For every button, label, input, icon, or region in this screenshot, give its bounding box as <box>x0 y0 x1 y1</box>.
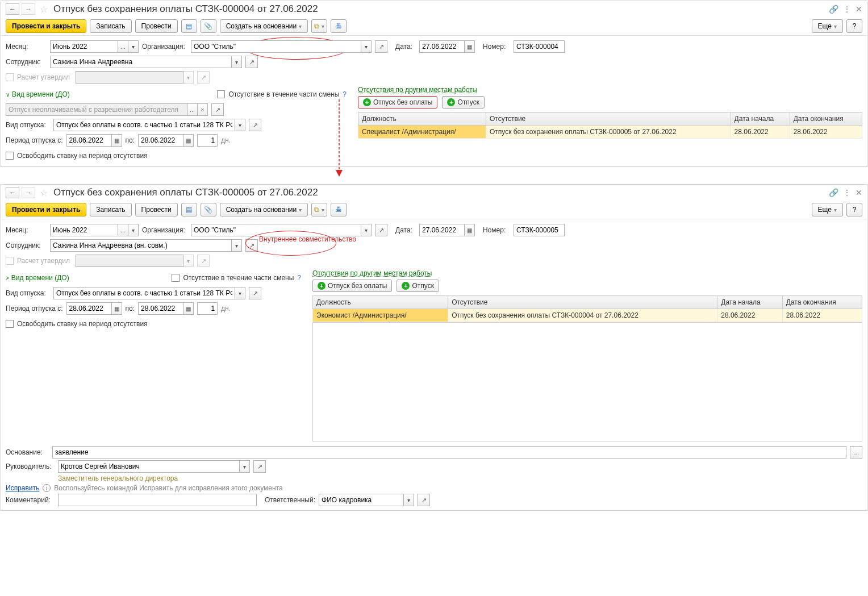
date-input[interactable] <box>419 224 465 236</box>
col-absence[interactable]: Отсутствие <box>486 112 731 126</box>
partial-shift-help-icon[interactable]: ? <box>297 274 301 282</box>
absences-other-jobs-link[interactable]: Отсутствия по другим местам работы <box>358 86 477 94</box>
month-input[interactable] <box>50 224 118 236</box>
post-and-close-button[interactable]: Провести и закрыть <box>6 19 86 33</box>
period-to-input[interactable] <box>138 302 183 315</box>
time-type-picker[interactable]: … <box>187 103 198 116</box>
print-button[interactable]: 🖶 <box>331 19 347 33</box>
favorite-star-icon[interactable]: ☆ <box>40 187 48 198</box>
period-to-picker[interactable]: ▦ <box>183 134 194 147</box>
org-open-button[interactable]: ↗ <box>375 224 387 236</box>
link-icon[interactable]: 🔗 <box>829 5 838 14</box>
manager-open-button[interactable]: ↗ <box>253 460 266 473</box>
vac-type-open-button[interactable]: ↗ <box>249 287 261 299</box>
basis-input[interactable] <box>52 446 846 459</box>
post-button[interactable]: Провести <box>135 203 178 216</box>
employee-dropdown-button[interactable]: ▾ <box>232 239 242 252</box>
number-input[interactable] <box>514 40 565 53</box>
partial-shift-checkbox[interactable] <box>172 274 180 282</box>
absences-grid[interactable]: Должность Отсутствие Дата начала Дата ок… <box>358 112 862 139</box>
copy-dropdown-button[interactable]: ⧉▾ <box>311 203 327 216</box>
org-input[interactable] <box>191 224 361 236</box>
vac-type-input[interactable] <box>53 287 235 299</box>
col-end[interactable]: Дата окончания <box>782 296 862 309</box>
manager-dropdown[interactable]: ▾ <box>240 460 250 473</box>
favorite-star-icon[interactable]: ☆ <box>40 4 48 15</box>
month-picker-button[interactable]: … <box>118 40 128 53</box>
vac-type-dropdown[interactable]: ▾ <box>235 287 245 299</box>
nav-back-button[interactable]: ← <box>6 3 19 15</box>
org-input[interactable] <box>191 40 361 53</box>
more-button[interactable]: Еще ▾ <box>812 203 843 216</box>
kebab-menu-icon[interactable]: ⋮ <box>843 5 851 14</box>
col-position[interactable]: Должность <box>313 296 448 309</box>
month-input[interactable] <box>50 40 118 53</box>
period-to-input[interactable] <box>138 134 183 147</box>
basis-expand-button[interactable]: … <box>850 446 862 459</box>
manager-input[interactable] <box>58 460 240 473</box>
attachment-button[interactable]: 📎 <box>201 19 216 33</box>
vac-type-input[interactable] <box>53 119 235 131</box>
col-start[interactable]: Дата начала <box>717 296 783 309</box>
responsible-input[interactable] <box>319 494 404 506</box>
period-from-input[interactable] <box>66 302 112 315</box>
nav-forward-button[interactable]: → <box>22 187 35 198</box>
period-from-picker[interactable]: ▦ <box>112 134 122 147</box>
fix-link[interactable]: Исправить <box>6 484 39 492</box>
table-row[interactable]: Экономист /Администрация/ Отпуск без сох… <box>313 309 862 322</box>
days-input[interactable] <box>197 134 218 147</box>
period-from-picker[interactable]: ▦ <box>112 302 122 315</box>
close-icon[interactable]: ✕ <box>856 188 862 197</box>
period-from-input[interactable] <box>66 134 112 147</box>
absences-other-jobs-link[interactable]: Отсутствия по другим местам работы <box>312 269 432 277</box>
date-picker-button[interactable]: ▦ <box>465 40 475 53</box>
vac-type-open-button[interactable]: ↗ <box>249 119 261 131</box>
org-open-button[interactable]: ↗ <box>375 40 387 53</box>
col-end[interactable]: Дата окончания <box>790 112 862 126</box>
create-on-basis-button[interactable]: Создать на основании ▾ <box>220 19 308 33</box>
time-type-collapsible[interactable]: Вид времени (ДО) <box>6 274 69 282</box>
responsible-open-button[interactable]: ↗ <box>418 494 430 506</box>
time-type-collapsible[interactable]: Вид времени (ДО) <box>6 90 70 98</box>
grid-empty-area[interactable] <box>312 322 862 441</box>
vac-type-dropdown[interactable]: ▾ <box>235 119 245 131</box>
post-button[interactable]: Провести <box>135 19 178 33</box>
col-absence[interactable]: Отсутствие <box>448 296 717 309</box>
date-input[interactable] <box>419 40 465 53</box>
employee-input[interactable] <box>50 56 232 68</box>
save-button[interactable]: Записать <box>90 203 131 216</box>
link-icon[interactable]: 🔗 <box>829 188 838 197</box>
month-picker-button[interactable]: … <box>118 224 128 236</box>
help-button[interactable]: ? <box>846 19 862 33</box>
time-type-clear[interactable]: × <box>198 103 208 116</box>
employee-dropdown-button[interactable]: ▾ <box>232 56 242 68</box>
absences-grid[interactable]: Должность Отсутствие Дата начала Дата ок… <box>312 295 862 322</box>
close-icon[interactable]: ✕ <box>856 5 862 14</box>
more-button[interactable]: Еще ▾ <box>812 19 843 33</box>
list-view-button[interactable]: ▤ <box>181 203 197 216</box>
col-start[interactable]: Дата начала <box>731 112 790 126</box>
free-rate-checkbox[interactable] <box>6 320 14 328</box>
nav-back-button[interactable]: ← <box>6 187 19 198</box>
col-position[interactable]: Должность <box>358 112 486 126</box>
org-dropdown-button[interactable]: ▾ <box>361 224 372 236</box>
table-row[interactable]: Специалист /Администрация/ Отпуск без со… <box>358 126 862 139</box>
month-stepper[interactable]: ▾ <box>128 224 139 236</box>
help-button[interactable]: ? <box>846 203 862 216</box>
comment-input[interactable] <box>58 494 257 506</box>
attachment-button[interactable]: 📎 <box>201 203 216 216</box>
list-view-button[interactable]: ▤ <box>181 19 197 33</box>
print-button[interactable]: 🖶 <box>331 203 347 216</box>
org-dropdown-button[interactable]: ▾ <box>361 40 372 53</box>
create-leave-button[interactable]: + Отпуск <box>397 280 439 292</box>
create-unpaid-leave-button[interactable]: + Отпуск без оплаты <box>312 280 392 292</box>
nav-forward-button[interactable]: → <box>22 3 35 15</box>
employee-open-button[interactable]: ↗ <box>245 239 258 252</box>
create-unpaid-leave-button[interactable]: + Отпуск без оплаты <box>358 96 437 109</box>
date-picker-button[interactable]: ▦ <box>465 224 475 236</box>
post-and-close-button[interactable]: Провести и закрыть <box>6 203 86 216</box>
time-type-open-button[interactable]: ↗ <box>211 103 224 116</box>
employee-input[interactable] <box>50 239 232 252</box>
partial-shift-checkbox[interactable] <box>217 90 225 98</box>
days-input[interactable] <box>197 302 218 315</box>
